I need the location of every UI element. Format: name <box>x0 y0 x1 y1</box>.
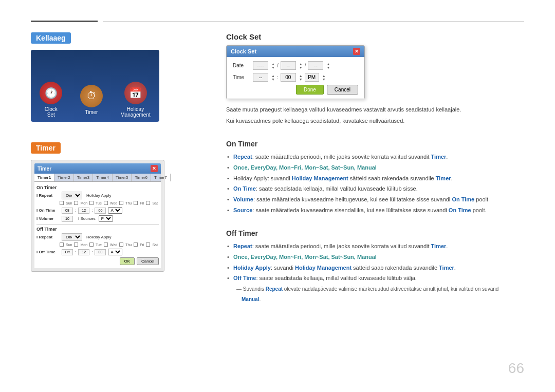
min-up-arrow[interactable]: ▲ <box>299 74 303 78</box>
day-mon-check[interactable] <box>74 201 78 205</box>
day-wed-check[interactable] <box>104 201 108 205</box>
on-time-sec[interactable] <box>95 208 106 214</box>
clockset-cancel-button[interactable]: Cancel <box>327 85 358 95</box>
clockset-date-day[interactable] <box>308 61 323 70</box>
day-down-arrow[interactable]: ▼ <box>326 66 330 69</box>
off-timer-section: Off Timer Repeat: saate määratleda perio… <box>226 229 524 304</box>
left-column: Kellaaeg 🕐 Clock Set ⏱ Timer <box>31 32 185 304</box>
day-up-arrow[interactable]: ▲ <box>326 62 330 66</box>
month-down-arrow[interactable]: ▼ <box>299 66 303 69</box>
timer-icon-item: ⏱ Timer <box>80 85 103 115</box>
volume-input[interactable] <box>62 216 73 222</box>
source-label: I Sources <box>78 216 96 221</box>
divider-long <box>103 21 524 22</box>
repeat-label: I Repeat <box>36 193 60 198</box>
holiday-label2: Management <box>120 112 150 118</box>
kellaaeg-image: 🕐 Clock Set ⏱ Timer 📅 Holiday Management <box>31 50 159 122</box>
day-fri-check[interactable] <box>134 201 138 205</box>
on-timer-bullet-1: Repeat: saate määratleda perioodi, mille… <box>226 152 524 162</box>
holiday-label1: Holiday <box>127 106 144 112</box>
off-time-hour[interactable] <box>62 249 73 255</box>
day-tue-check[interactable] <box>89 201 94 205</box>
date-day-spinner[interactable]: ▲ ▼ <box>326 62 330 69</box>
timer-dialog-title-text: Timer <box>38 166 51 172</box>
time-hour-spinner[interactable]: ▲ ▼ <box>271 74 275 81</box>
timer-tab-7[interactable]: Timer7 <box>151 174 171 181</box>
min-down-arrow[interactable]: ▼ <box>299 78 303 81</box>
off-timer-title: Off Timer <box>226 229 524 237</box>
year-down-arrow[interactable]: ▼ <box>271 66 275 69</box>
off-day-thu-check[interactable] <box>119 242 123 247</box>
off-day-wed-check[interactable] <box>104 242 108 247</box>
off-day-mon-check[interactable] <box>74 242 78 247</box>
off-time-label: I Off Time <box>36 250 60 254</box>
off-time-min[interactable] <box>78 249 89 255</box>
timer-tab-3[interactable]: Timer3 <box>74 174 94 181</box>
day-sat-check[interactable] <box>146 201 150 205</box>
off-holiday-label: Holiday Apply <box>86 235 111 239</box>
off-day-sat-check[interactable] <box>146 242 150 247</box>
time-min-spinner[interactable]: ▲ ▼ <box>299 74 303 81</box>
repeat-select[interactable]: Once EveryDay Mon~Fri <box>62 192 82 199</box>
clockset-btn-row: Done Cancel <box>233 85 358 95</box>
clockset-time-min[interactable] <box>281 73 296 82</box>
off-repeat-label: I Repeat <box>36 235 60 239</box>
date-year-spinner[interactable]: ▲ ▼ <box>271 62 275 69</box>
off-time-ampm[interactable]: AMPM <box>108 249 122 255</box>
clockset-date-month[interactable] <box>281 61 296 70</box>
timer-tab-4[interactable]: Timer4 <box>93 174 113 181</box>
timer-ok-button[interactable]: OK <box>120 257 135 265</box>
on-repeat-highlight: Repeat <box>233 154 252 160</box>
on-time-ampm[interactable]: AMPM <box>108 207 122 214</box>
year-up-arrow[interactable]: ▲ <box>271 62 275 66</box>
timer-tab-5[interactable]: Timer5 <box>113 174 132 181</box>
on-time-hour[interactable] <box>62 208 73 214</box>
month-up-arrow[interactable]: ▲ <box>299 62 303 66</box>
source-select[interactable]: PC <box>99 215 113 222</box>
on-timer-section: On Timer Repeat: saate määratleda perioo… <box>226 140 524 215</box>
kellaaeg-section: Kellaaeg 🕐 Clock Set ⏱ Timer <box>31 32 185 122</box>
hour-down-arrow[interactable]: ▼ <box>271 78 275 81</box>
volume-row: I Volume I Sources PC <box>36 215 159 222</box>
top-dividers <box>31 21 524 22</box>
clock-icon-item: 🕐 Clock Set <box>40 82 62 118</box>
clockset-close-icon[interactable]: ✕ <box>353 48 360 55</box>
day-thu-check[interactable] <box>119 201 123 205</box>
ampm-up-arrow[interactable]: ▲ <box>322 74 326 78</box>
on-timer-bullet-3: Holiday Apply: suvandi Holiday Managemen… <box>226 174 524 183</box>
on-time-min[interactable] <box>78 208 89 214</box>
ampm-spinner[interactable]: ▲ ▼ <box>322 74 326 81</box>
clockset-time-hour[interactable] <box>253 73 268 82</box>
off-day-sun-check[interactable] <box>60 242 64 247</box>
off-timer-bullet-2: Once, EveryDay, Mon~Fri, Mon~Sat, Sat~Su… <box>226 252 524 262</box>
day-sun-check[interactable] <box>60 201 64 205</box>
clock-label1: Clock <box>45 106 58 112</box>
date-month-spinner[interactable]: ▲ ▼ <box>299 62 303 69</box>
off-repeat-select[interactable]: Once <box>62 233 82 241</box>
clock-label2: Set <box>47 112 55 118</box>
holiday-icon: 📅 <box>124 82 147 104</box>
timer-body: On Timer I Repeat Once EveryDay Mon~Fri … <box>34 182 161 268</box>
off-timer-label-row: Off Timer <box>36 227 159 232</box>
holiday-apply-label: Holiday Apply <box>86 193 111 198</box>
timer-badge: Timer <box>31 142 61 154</box>
on-timer-bullet-5: Volume: saate määratleda kuvaseadme heli… <box>226 195 524 204</box>
kellaaeg-icons-row: 🕐 Clock Set ⏱ Timer 📅 Holiday Management <box>31 82 159 118</box>
timer-tab-6[interactable]: Timer6 <box>132 174 151 181</box>
timer-close-icon[interactable]: ✕ <box>151 165 158 172</box>
off-day-fri-check[interactable] <box>134 242 138 247</box>
timer-dialog-title: Timer ✕ <box>34 163 161 174</box>
timer-tab-1[interactable]: Timer1 <box>34 174 54 181</box>
off-time-sec[interactable] <box>95 249 106 255</box>
timer-tab-2[interactable]: Timer2 <box>54 174 74 181</box>
off-day-tue-check[interactable] <box>89 242 94 247</box>
timer-cancel-button[interactable]: Cancel <box>137 257 159 265</box>
clockset-time-ampm[interactable] <box>305 73 319 82</box>
hour-up-arrow[interactable]: ▲ <box>271 74 275 78</box>
clockset-date-year[interactable] <box>253 61 268 70</box>
ampm-down-arrow[interactable]: ▼ <box>322 78 326 81</box>
clockset-sep2: / <box>305 63 306 68</box>
off-days-row: Sun Mon Tue Wed Thu Fri Sat <box>60 242 159 247</box>
on-timer-bullet-4: On Time: saate seadistada kellaaja, mill… <box>226 184 524 194</box>
clockset-ok-button[interactable]: Done <box>296 85 324 95</box>
